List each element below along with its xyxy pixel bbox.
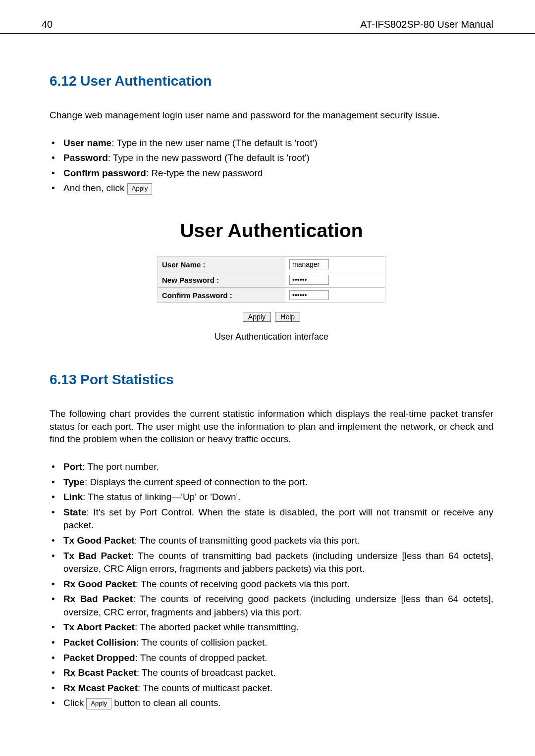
figure-user-auth: User Authentication User Name : manager … [50,205,493,342]
list-item: Confirm password: Re-type the new passwo… [50,167,493,180]
term-packet-collision: Packet Collision [63,637,136,648]
list-item: Packet Dropped: The counts of dropped pa… [50,652,493,665]
label-confirm-password: Confirm Password : [158,288,285,303]
figure-title: User Authentication [180,220,363,242]
term-tx-good-packet: Tx Good Packet [63,535,135,546]
form-buttons: Apply Help [50,312,493,322]
list-item: Rx Bcast Packet: The counts of broadcast… [50,666,493,680]
term-rx-good-packet: Rx Good Packet [63,579,136,589]
cell-new-password: •••••• [285,272,385,288]
desc-rx-mcast-packet: : The counts of multicast packet. [138,683,272,693]
click-post: button to clean all counts. [114,698,220,708]
desc-password: : Type in the new password (The default … [108,152,310,163]
term-rx-mcast-packet: Rx Mcast Packet [63,683,138,693]
desc-packet-dropped: : The counts of dropped packet. [135,653,268,663]
heading-6-12: 6.12 User Authentication [50,73,493,89]
list-item: Rx Bad Packet: The counts of receiving g… [50,593,493,619]
intro-6-12: Change web management login user name an… [50,109,493,122]
list-item: State: It's set by Port Control. When th… [50,506,493,532]
table-row: New Password : •••••• [158,272,385,288]
term-state: State [63,507,86,517]
list-item: And then, click Apply [50,182,493,195]
term-port: Port [63,461,82,472]
list-item: Type: Displays the current speed of conn… [50,476,493,489]
term-user-name: User name [63,138,111,148]
term-rx-bad-packet: Rx Bad Packet [63,594,133,604]
list-item: Port: The port number. [50,460,493,474]
list-item: Password: Type in the new password (The … [50,151,493,165]
apply-button[interactable]: Apply [243,312,271,322]
table-row: User Name : manager [158,257,385,272]
list-item: Rx Mcast Packet: The counts of multicast… [50,682,493,695]
confirm-password-input[interactable]: •••••• [289,290,329,300]
list-item: Tx Good Packet: The counts of transmitti… [50,534,493,548]
manual-title: AT-IFS802SP-80 User Manual [360,19,493,30]
label-new-password: New Password : [158,272,285,288]
list-6-13: Port: The port number. Type: Displays th… [50,460,493,710]
desc-state: : It's set by Port Control. When the sta… [63,507,493,531]
user-name-input[interactable]: manager [289,259,329,269]
apply-button[interactable]: Apply [127,183,153,194]
page-number: 40 [42,19,53,30]
desc-confirm-password: : Re-type the new password [146,168,263,178]
desc-type: : Displays the current speed of connecti… [85,477,308,487]
desc-port: : The port number. [82,461,159,472]
intro-6-13: The following chart provides the current… [50,407,493,446]
list-item: Packet Collision: The counts of collisio… [50,636,493,650]
desc-link: : The status of linking—'Up' or 'Down'. [83,492,240,502]
label-user-name: User Name : [158,257,285,272]
term-tx-abort-packet: Tx Abort Packet [63,622,135,632]
term-type: Type [63,477,85,487]
list-item: Tx Abort Packet: The aborted packet whil… [50,621,493,634]
apply-button[interactable]: Apply [86,698,111,709]
cell-confirm-password: •••••• [285,288,385,303]
help-button[interactable]: Help [275,312,300,322]
page-header: 40 AT-IFS802SP-80 User Manual [0,0,535,34]
list-item: Rx Good Packet: The counts of receiving … [50,578,493,591]
andthen-text: And then, click [63,183,127,193]
list-item: User name: Type in the new user name (Th… [50,137,493,150]
term-confirm-password: Confirm password [63,168,146,178]
cell-user-name: manager [285,257,385,272]
list-item: Click Apply button to clean all counts. [50,697,493,710]
list-item: Tx Bad Packet: The counts of transmittin… [50,550,493,576]
desc-user-name: : Type in the new user name (The default… [111,138,318,148]
figure-caption: User Authentication interface [50,332,493,342]
table-row: Confirm Password : •••••• [158,288,385,303]
new-password-input[interactable]: •••••• [289,275,329,285]
desc-rx-bcast-packet: : The counts of broadcast packet. [137,667,276,678]
list-item: Link: The status of linking—'Up' or 'Dow… [50,491,493,504]
term-rx-bcast-packet: Rx Bcast Packet [63,667,137,678]
click-pre: Click [63,698,86,708]
term-tx-bad-packet: Tx Bad Packet [63,551,131,561]
term-packet-dropped: Packet Dropped [63,653,135,663]
auth-table: User Name : manager New Password : •••••… [158,256,385,303]
desc-tx-abort-packet: : The aborted packet while transmitting. [135,622,299,632]
page-content: 6.12 User Authentication Change web mana… [0,34,535,735]
term-link: Link [63,492,83,502]
desc-tx-good-packet: : The counts of transmitting good packet… [135,535,360,546]
desc-packet-collision: : The counts of collision packet. [136,637,268,648]
term-password: Password [63,152,108,163]
list-6-12: User name: Type in the new user name (Th… [50,137,493,195]
heading-6-13: 6.13 Port Statistics [50,372,493,388]
desc-rx-good-packet: : The counts of receiving good packets v… [136,579,350,589]
